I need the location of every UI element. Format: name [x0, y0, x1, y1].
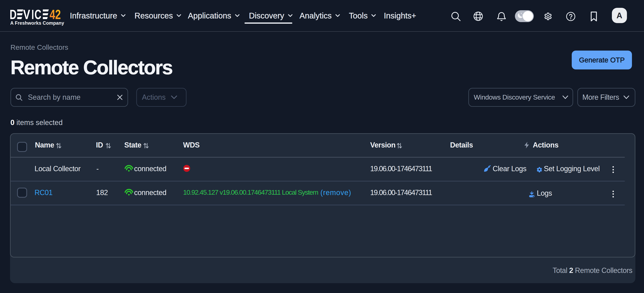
svg-text:D: D: [10, 9, 16, 20]
svg-text:I: I: [32, 9, 34, 20]
svg-text:42: 42: [50, 9, 61, 20]
svg-text:V: V: [23, 9, 30, 20]
svg-text:C: C: [34, 9, 41, 20]
